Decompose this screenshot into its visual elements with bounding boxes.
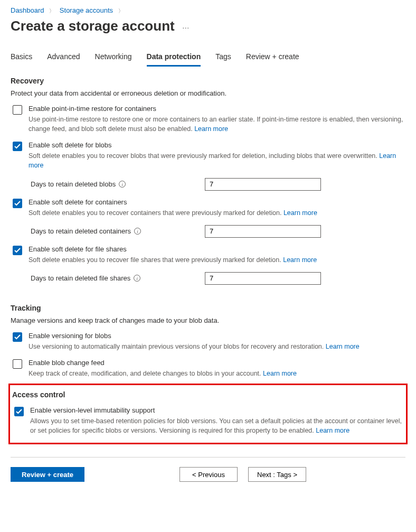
desc-softdel-containers: Soft delete enables you to recover conta…: [29, 208, 405, 218]
input-retain-fileshares[interactable]: [205, 272, 321, 285]
checkbox-softdel-fileshares[interactable]: [13, 246, 22, 255]
checkbox-changefeed[interactable]: [13, 359, 22, 369]
label-versioning: Enable versioning for blobs: [29, 332, 405, 340]
learn-more-softdel-containers[interactable]: Learn more: [283, 209, 317, 217]
section-title-access-control: Access control: [12, 390, 404, 399]
desc-pitr: Use point-in-time restore to restore one…: [29, 115, 405, 134]
label-softdel-blobs: Enable soft delete for blobs: [29, 141, 405, 149]
previous-button[interactable]: < Previous: [179, 467, 238, 482]
highlight-access-control: Access control Enable version-level immu…: [8, 384, 408, 444]
learn-more-immutability[interactable]: Learn more: [316, 427, 349, 434]
tab-basics[interactable]: Basics: [11, 49, 32, 67]
desc-immutability: Allows you to set time-based retention p…: [30, 416, 404, 435]
tab-data-protection[interactable]: Data protection: [147, 49, 201, 67]
breadcrumb-storage-accounts[interactable]: Storage accounts: [60, 6, 113, 14]
tabs: Basics Advanced Networking Data protecti…: [11, 49, 405, 67]
section-recovery: Recovery Protect your data from accident…: [11, 77, 405, 285]
field-label-retain-blobs: Days to retain deleted blobs i: [31, 180, 205, 188]
section-title-recovery: Recovery: [11, 77, 405, 85]
section-tracking: Tracking Manage versions and keep track …: [11, 304, 405, 378]
label-softdel-containers: Enable soft delete for containers: [29, 198, 405, 206]
desc-softdel-blobs: Soft delete enables you to recover blobs…: [29, 151, 405, 170]
checkbox-pitr[interactable]: [13, 105, 22, 115]
review-create-button[interactable]: Review + create: [11, 467, 84, 482]
info-icon[interactable]: i: [134, 228, 141, 235]
section-desc-tracking: Manage versions and keep track of change…: [11, 316, 405, 324]
more-icon[interactable]: …: [182, 22, 191, 30]
checkbox-softdel-blobs[interactable]: [13, 142, 22, 151]
tab-review-create[interactable]: Review + create: [246, 49, 299, 67]
field-label-retain-fileshares: Days to retain deleted file shares i: [31, 274, 205, 282]
checkbox-immutability[interactable]: [14, 407, 24, 416]
checkbox-versioning[interactable]: [13, 332, 22, 342]
tab-advanced[interactable]: Advanced: [47, 49, 80, 67]
breadcrumb: Dashboard 〉 Storage accounts 〉: [11, 6, 405, 15]
breadcrumb-dashboard[interactable]: Dashboard: [11, 6, 44, 14]
learn-more-versioning[interactable]: Learn more: [326, 343, 360, 350]
checkbox-softdel-containers[interactable]: [13, 199, 22, 208]
info-icon[interactable]: i: [134, 275, 140, 282]
learn-more-changefeed[interactable]: Learn more: [263, 370, 297, 377]
tab-tags[interactable]: Tags: [215, 49, 231, 67]
label-softdel-fileshares: Enable soft delete for file shares: [29, 245, 405, 253]
desc-versioning: Use versioning to automatically maintain…: [29, 342, 405, 351]
input-retain-containers[interactable]: [205, 225, 321, 238]
label-immutability: Enable version-level immutability suppor…: [30, 406, 404, 414]
tab-networking[interactable]: Networking: [95, 49, 132, 67]
desc-changefeed: Keep track of create, modification, and …: [29, 369, 405, 378]
info-icon[interactable]: i: [119, 181, 126, 188]
label-changefeed: Enable blob change feed: [29, 359, 405, 367]
learn-more-pitr[interactable]: Learn more: [194, 125, 228, 133]
footer-buttons: Review + create < Previous Next : Tags >: [11, 467, 405, 482]
learn-more-softdel-fileshares[interactable]: Learn more: [283, 256, 317, 264]
section-title-tracking: Tracking: [11, 304, 405, 312]
chevron-right-icon: 〉: [118, 8, 124, 14]
next-button[interactable]: Next : Tags >: [248, 467, 306, 482]
chevron-right-icon: 〉: [49, 8, 54, 14]
divider: [11, 457, 405, 458]
desc-softdel-fileshares: Soft delete enables you to recover file …: [29, 255, 405, 265]
field-label-retain-containers: Days to retain deleted containers i: [31, 227, 205, 235]
input-retain-blobs[interactable]: [205, 178, 321, 191]
label-pitr: Enable point-in-time restore for contain…: [29, 105, 405, 113]
section-desc-recovery: Protect your data from accidental or err…: [11, 89, 405, 97]
page-title: Create a storage account: [11, 18, 175, 34]
